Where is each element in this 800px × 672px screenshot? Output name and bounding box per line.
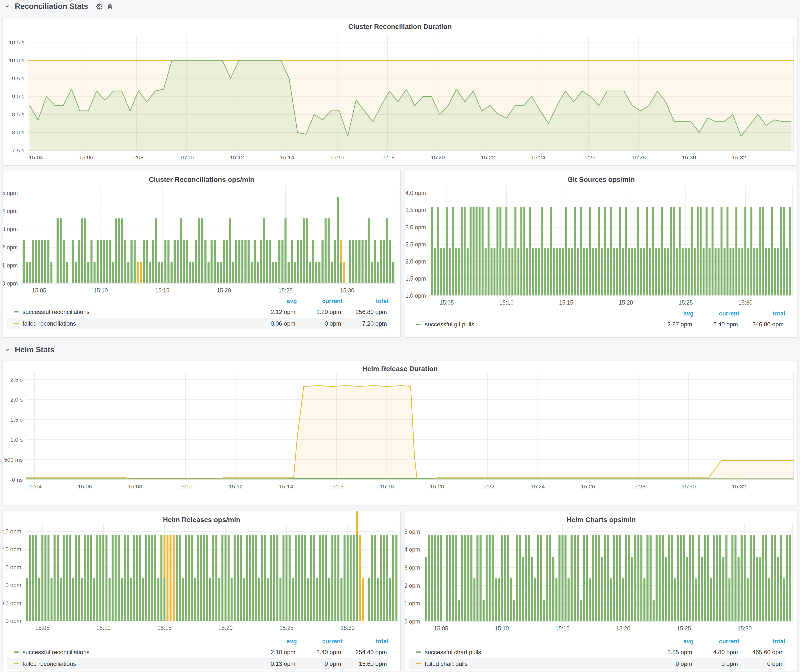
svg-text:15:30: 15:30 bbox=[682, 483, 696, 490]
panel-title[interactable]: Helm Charts ops/min bbox=[405, 516, 797, 524]
legend-row[interactable]: successful reconciliations2.12 opm1.20 o… bbox=[7, 306, 388, 318]
legend-column-avg[interactable]: avg bbox=[251, 638, 297, 645]
legend-stat-avg: 2.12 opm bbox=[250, 309, 295, 315]
svg-text:15:25: 15:25 bbox=[278, 287, 293, 294]
legend-cluster-reconciliations: avgcurrenttotalsuccessful reconciliation… bbox=[7, 296, 388, 329]
yellow-series-dash-icon bbox=[14, 663, 19, 664]
green-series-dash-icon bbox=[14, 651, 19, 653]
legend-column-avg[interactable]: avg bbox=[251, 298, 297, 305]
svg-text:15:15: 15:15 bbox=[555, 625, 570, 632]
svg-text:15:20: 15:20 bbox=[431, 154, 445, 161]
svg-text:2.0 opm: 2.0 opm bbox=[405, 258, 426, 265]
legend-column-total[interactable]: total bbox=[342, 638, 388, 645]
svg-text:5 opm: 5 opm bbox=[3, 190, 18, 196]
svg-text:15:10: 15:10 bbox=[178, 483, 192, 490]
svg-text:9.5 s: 9.5 s bbox=[12, 75, 24, 82]
legend-helm-releases: avgcurrenttotalsuccessful reconciliation… bbox=[7, 636, 388, 670]
svg-text:1.5 s: 1.5 s bbox=[10, 416, 23, 423]
section-title[interactable]: Reconciliation Stats bbox=[15, 2, 88, 11]
legend-column-current[interactable]: current bbox=[297, 638, 342, 645]
svg-text:5 opm: 5 opm bbox=[405, 528, 420, 535]
svg-text:4.0 opm: 4.0 opm bbox=[405, 190, 426, 196]
legend-stat-current: 1.20 opm bbox=[295, 309, 341, 315]
legend-series-label[interactable]: successful git pulls bbox=[425, 321, 474, 328]
legend-row[interactable]: failed reconciliations0.13 opm0 opm15.60… bbox=[7, 658, 388, 670]
gear-icon[interactable] bbox=[95, 2, 103, 11]
legend-row[interactable]: failed reconciliations0.06 opm0 opm7.20 … bbox=[7, 318, 388, 329]
panel-title[interactable]: Cluster Reconciliation Duration bbox=[3, 23, 797, 31]
svg-text:15:14: 15:14 bbox=[279, 483, 293, 490]
svg-text:15:20: 15:20 bbox=[217, 287, 231, 294]
svg-text:15:30: 15:30 bbox=[738, 625, 752, 632]
cluster-reconciliations-ops-chart[interactable]: 15:0515:1015:1515:2015:2515:305 opm4 opm… bbox=[3, 171, 400, 295]
svg-text:9.0 s: 9.0 s bbox=[12, 93, 24, 100]
panel-title[interactable]: Git Sources ops/min bbox=[405, 176, 797, 184]
panel-cluster-reconciliations-ops: 15:0515:1015:1515:2015:2515:305 opm4 opm… bbox=[2, 171, 401, 338]
svg-text:15:10: 15:10 bbox=[96, 625, 110, 631]
panel-title[interactable]: Helm Release Duration bbox=[3, 365, 797, 373]
git-sources-ops-chart[interactable]: 15:0515:1015:1515:2015:2515:304.0 opm3.5… bbox=[405, 171, 797, 307]
legend-series-label[interactable]: successful reconciliations bbox=[22, 309, 90, 315]
legend-stat-avg: 3.85 opm bbox=[646, 649, 692, 656]
svg-text:0 ns: 0 ns bbox=[12, 477, 22, 483]
svg-text:10.0 s: 10.0 s bbox=[9, 57, 24, 64]
svg-text:1 opm: 1 opm bbox=[405, 600, 420, 607]
legend-column-avg[interactable]: avg bbox=[648, 310, 694, 317]
svg-text:15:26: 15:26 bbox=[581, 483, 595, 490]
svg-text:15:08: 15:08 bbox=[130, 154, 144, 161]
legend-column-avg[interactable]: avg bbox=[648, 638, 694, 645]
legend-column-total[interactable]: total bbox=[739, 310, 785, 317]
legend-series-label[interactable]: failed reconciliations bbox=[22, 660, 76, 667]
svg-text:15:14: 15:14 bbox=[280, 154, 294, 161]
legend-column-total[interactable]: total bbox=[342, 298, 388, 305]
svg-text:15:20: 15:20 bbox=[218, 625, 232, 631]
grafana-dashboard: Reconciliation Stats 15:0415:0615:0815:1… bbox=[0, 0, 800, 672]
svg-text:15:10: 15:10 bbox=[179, 154, 194, 161]
svg-text:15:22: 15:22 bbox=[481, 154, 495, 161]
chevron-down-icon[interactable] bbox=[3, 2, 11, 11]
legend-column-current[interactable]: current bbox=[694, 638, 739, 645]
panel-title[interactable]: Helm Releases ops/min bbox=[3, 516, 400, 524]
svg-text:15:22: 15:22 bbox=[480, 483, 494, 490]
cluster-reconciliation-duration-chart[interactable]: 15:0415:0615:0815:1015:1215:1415:1615:18… bbox=[3, 18, 797, 165]
svg-text:15:16: 15:16 bbox=[329, 483, 343, 490]
legend-column-current[interactable]: current bbox=[297, 298, 342, 305]
svg-text:15:30: 15:30 bbox=[682, 154, 696, 161]
svg-text:15:30: 15:30 bbox=[341, 625, 355, 631]
legend-git-sources: avgcurrenttotalsuccessful git pulls2.87 … bbox=[409, 309, 785, 330]
legend-row[interactable]: successful reconciliations2.10 opm2.40 o… bbox=[7, 646, 388, 658]
trash-icon[interactable] bbox=[106, 2, 114, 11]
svg-text:15:05: 15:05 bbox=[434, 625, 448, 632]
legend-stat-total: 465.60 opm bbox=[738, 649, 784, 656]
helm-charts-ops-chart[interactable]: 15:0515:1015:1515:2015:2515:305 opm4 opm… bbox=[405, 511, 797, 634]
panel-git-sources-ops: 15:0515:1015:1515:2015:2515:304.0 opm3.5… bbox=[405, 171, 798, 338]
svg-text:2.5 opm: 2.5 opm bbox=[405, 241, 426, 248]
legend-series-label[interactable]: failed chart pulls bbox=[425, 660, 467, 667]
helm-release-duration-chart[interactable]: 15:0415:0615:0815:1015:1215:1415:1615:18… bbox=[3, 360, 797, 506]
legend-column-total[interactable]: total bbox=[739, 638, 785, 645]
section-title[interactable]: Helm Stats bbox=[15, 346, 54, 354]
legend-header-row: avgcurrenttotal bbox=[7, 296, 388, 306]
svg-text:2 opm: 2 opm bbox=[405, 582, 420, 589]
legend-series-label[interactable]: failed reconciliations bbox=[22, 320, 76, 327]
legend-row[interactable]: successful chart pulls3.85 opm4.80 opm46… bbox=[409, 646, 785, 658]
legend-stat-avg: 0 opm bbox=[646, 660, 692, 667]
chevron-down-icon[interactable] bbox=[3, 346, 11, 354]
legend-series-label[interactable]: successful chart pulls bbox=[425, 649, 481, 656]
svg-text:3 opm: 3 opm bbox=[3, 226, 18, 232]
legend-column-current[interactable]: current bbox=[694, 310, 739, 317]
svg-text:15:18: 15:18 bbox=[381, 154, 395, 161]
svg-text:0 opm: 0 opm bbox=[3, 280, 18, 287]
legend-row[interactable]: successful git pulls2.87 opm2.40 opm346.… bbox=[409, 318, 785, 330]
legend-series-label[interactable]: successful reconciliations bbox=[22, 649, 90, 656]
legend-header-row: avgcurrenttotal bbox=[7, 636, 388, 646]
legend-header-row: avgcurrenttotal bbox=[409, 309, 785, 318]
panel-title[interactable]: Cluster Reconciliations ops/min bbox=[3, 176, 400, 184]
legend-row[interactable]: failed chart pulls0 opm0 opm0 opm bbox=[409, 658, 785, 670]
svg-text:15:05: 15:05 bbox=[440, 299, 454, 306]
helm-releases-ops-chart[interactable]: 15:0515:1015:1515:2015:2515:302.5 opm2.0… bbox=[3, 511, 400, 634]
section-header-reconciliation-stats[interactable]: Reconciliation Stats bbox=[3, 0, 114, 12]
panel-helm-releases-ops: 15:0515:1015:1515:2015:2515:302.5 opm2.0… bbox=[2, 511, 401, 672]
section-header-helm-stats[interactable]: Helm Stats bbox=[3, 344, 54, 356]
legend-stat-total: 256.80 opm bbox=[341, 309, 387, 315]
